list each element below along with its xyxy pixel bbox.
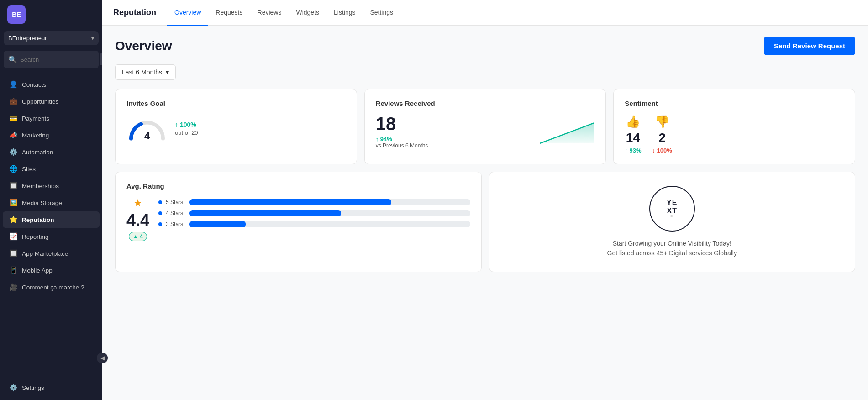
sidebar-item-label: Automation [22,149,53,156]
invites-goal-content: 4 ↑ 100% out of 20 [126,115,346,142]
reviews-count: 18 [376,115,428,133]
nav-tabs: OverviewRequestsReviewsWidgetsListingsSe… [167,0,400,25]
arrow-up-icon: ↑ [376,136,379,142]
bar-track [189,199,470,205]
nav-tab-listings[interactable]: Listings [326,0,363,26]
sidebar-item-label: Marketing [22,132,49,139]
yext-description: Start Growing your Online Visibility Tod… [607,239,737,258]
chevron-down-icon: ▾ [166,68,169,76]
sidebar-item-reputation[interactable]: ⭐ Reputation [3,211,100,228]
date-filter-dropdown[interactable]: Last 6 Months ▾ [115,64,176,80]
sidebar-logo: BE [0,0,102,29]
bar-fill [189,221,246,227]
bottom-cards-row: Avg. Rating ★ 4.4 ▲ 4 5 Stars 4 Stars 3 … [115,172,855,272]
sidebar-item-label: Settings [22,384,44,391]
sidebar-item-label: Payments [22,115,49,122]
sidebar-item-marketing[interactable]: 📣 Marketing [3,127,100,143]
account-name: BEntrepreneur [8,35,47,42]
reviews-percent: ↑ 94% [376,136,428,142]
yext-promotion-card: YEXT © Start Growing your Online Visibil… [489,172,856,272]
search-bar[interactable]: 🔍 ctrl K + [4,51,99,68]
arrow-up-icon: ↑ [175,121,178,128]
sidebar-item-settings[interactable]: ⚙️ Settings [3,379,100,396]
sidebar-item-payments[interactable]: 💳 Payments [3,110,100,126]
sidebar-item-label: Mobile App [22,267,53,274]
gauge-stats: ↑ 100% out of 20 [175,121,198,136]
sidebar-item-comment[interactable]: 🎥 Comment ça marche ? [3,279,100,295]
sentiment-card: Sentiment 👍 14 ↑ 93% 👎 2 [613,89,855,164]
nav-tab-reviews[interactable]: Reviews [250,0,289,26]
negative-percent: ↓ 100% [652,147,672,154]
negative-sentiment: 👎 2 ↓ 100% [652,115,672,154]
avg-rating-title: Avg. Rating [126,182,470,190]
sidebar-divider [0,74,102,74]
marketing-icon: 📣 [9,131,17,139]
reviews-vs-label: vs Previous 6 Months [376,142,428,149]
sidebar: BE BEntrepreneur ▾ 🔍 ctrl K + 👤 Contacts… [0,0,102,400]
sidebar-item-media-storage[interactable]: 🖼️ Media Storage [3,195,100,211]
sidebar-item-opportunities[interactable]: 💼 Opportunities [3,93,100,110]
invites-percent: ↑ 100% [175,121,198,128]
sidebar-item-label: Memberships [22,183,59,189]
top-navigation: Reputation OverviewRequestsReviewsWidget… [102,0,868,26]
reviews-stats: 18 ↑ 94% vs Previous 6 Months [376,115,428,149]
sidebar-item-label: Media Storage [22,200,62,206]
send-review-request-button[interactable]: Send Review Request [764,37,855,55]
bar-fill [189,210,341,216]
avg-rating-badge: ▲ 4 [129,232,147,241]
avg-rating-card: Avg. Rating ★ 4.4 ▲ 4 5 Stars 4 Stars 3 … [115,172,482,272]
mobile-app-icon: 📱 [9,266,17,274]
sidebar-item-app-marketplace[interactable]: 🔲 App Marketplace [3,245,100,262]
sidebar-item-label: Sites [22,166,36,173]
account-switcher[interactable]: BEntrepreneur ▾ [4,31,99,45]
automation-icon: ⚙️ [9,148,17,156]
reporting-icon: 📈 [9,232,17,241]
negative-count: 2 [658,131,666,145]
sidebar-item-automation[interactable]: ⚙️ Automation [3,144,100,160]
thumbs-up-icon: 👍 [626,115,640,129]
reputation-icon: ⭐ [9,216,17,224]
date-filter-label: Last 6 Months [122,68,162,76]
sidebar-nav: 👤 Contacts 💼 Opportunities 💳 Payments 📣 … [0,76,102,296]
gauge-chart: 4 [126,115,168,142]
chevron-down-icon: ▾ [91,35,94,42]
search-icon: 🔍 [8,55,17,64]
nav-tab-widgets[interactable]: Widgets [289,0,326,26]
invites-goal-title: Invites Goal [126,100,346,107]
reviews-trend-chart [540,118,594,146]
bar-label: 4 Stars [166,210,186,216]
positive-count: 14 [626,131,640,145]
bar-dot [158,211,162,215]
reviews-received-content: 18 ↑ 94% vs Previous 6 Months [376,115,595,149]
app-marketplace-icon: 🔲 [9,249,17,258]
page-title: Overview [115,39,172,53]
media-storage-icon: 🖼️ [9,199,17,207]
sidebar-item-memberships[interactable]: 🔲 Memberships [3,178,100,194]
nav-tab-settings[interactable]: Settings [363,0,400,26]
contacts-icon: 👤 [9,80,17,89]
search-input[interactable] [20,56,97,63]
sidebar-item-mobile-app[interactable]: 📱 Mobile App [3,262,100,279]
bar-dot [158,200,162,204]
sidebar-item-label: App Marketplace [22,250,68,257]
invites-out-of: out of 20 [175,129,198,136]
gauge-value: 4 [144,130,150,142]
payments-icon: 💳 [9,114,17,122]
rating-bar-row: 5 Stars [158,199,470,205]
rating-bars: 5 Stars 4 Stars 3 Stars [158,197,470,241]
nav-tab-overview[interactable]: Overview [167,0,208,26]
sidebar-item-label: Contacts [22,81,46,88]
bar-fill [189,199,391,205]
sidebar-item-contacts[interactable]: 👤 Contacts [3,76,100,93]
avg-rating-value-section: ★ 4.4 ▲ 4 [126,197,149,241]
main-content: Reputation OverviewRequestsReviewsWidget… [102,0,868,400]
gear-icon: ⚙️ [9,384,17,392]
nav-tab-requests[interactable]: Requests [208,0,250,26]
reviews-received-title: Reviews Received [376,100,595,107]
content-area: Overview Send Review Request Last 6 Mont… [102,26,868,400]
bar-dot [158,222,162,226]
rating-bar-row: 4 Stars [158,210,470,216]
sidebar-item-reporting[interactable]: 📈 Reporting [3,228,100,245]
sidebar-item-sites[interactable]: 🌐 Sites [3,161,100,177]
rating-bar-row: 3 Stars [158,221,470,227]
